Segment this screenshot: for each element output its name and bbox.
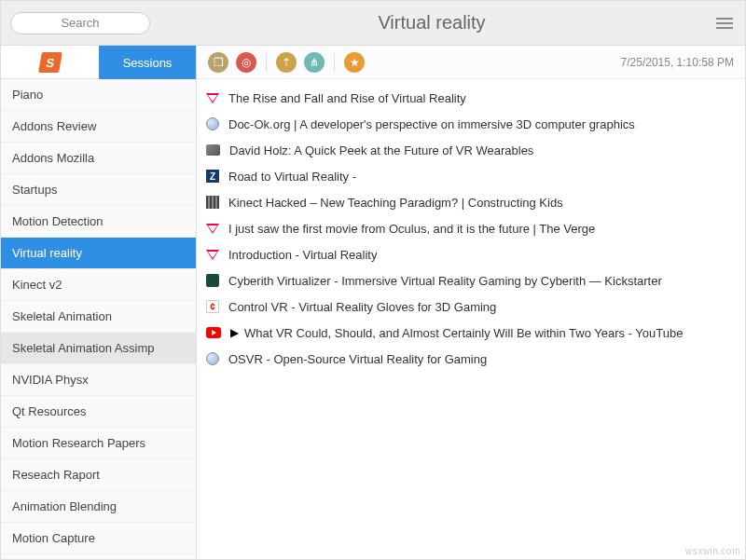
favicon-globe-icon bbox=[206, 117, 219, 130]
sidebar-header: S Sessions bbox=[1, 46, 196, 79]
bookmark-list[interactable]: The Rise and Fall and Rise of Virtual Re… bbox=[197, 79, 745, 559]
sidebar-item[interactable]: Skeletal Animation Assimp bbox=[1, 333, 196, 364]
hamburger-menu-icon[interactable] bbox=[713, 12, 736, 34]
sidebar-item[interactable]: Home - Networking bbox=[1, 554, 196, 559]
body: S Sessions PianoAddons ReviewAddons Mozi… bbox=[1, 46, 745, 559]
sidebar-item[interactable]: Motion Detection bbox=[1, 206, 196, 238]
favicon-verge-icon bbox=[206, 93, 219, 103]
timestamp: 7/25/2015, 1:10:58 PM bbox=[621, 56, 734, 69]
photo-icon[interactable]: ◎ bbox=[236, 52, 256, 73]
favicon-dark2-icon bbox=[206, 274, 219, 287]
sidebar-item[interactable]: Motion Research Papers bbox=[1, 428, 196, 459]
tab-sessions[interactable]: Sessions bbox=[99, 46, 196, 79]
session-list[interactable]: PianoAddons ReviewAddons MozillaStartups… bbox=[1, 79, 196, 559]
share-icon[interactable]: ⋔ bbox=[304, 52, 325, 73]
sidebar-item[interactable]: NVIDIA Physx bbox=[1, 364, 196, 396]
toolbar: ❒◎⇡⋔★ 7/25/2015, 1:10:58 PM bbox=[197, 46, 745, 79]
list-item[interactable]: The Rise and Fall and Rise of Virtual Re… bbox=[197, 85, 745, 111]
sidebar-item[interactable]: Addons Mozilla bbox=[1, 143, 196, 174]
page-title: Virtual reality bbox=[150, 12, 713, 34]
toolbar-separator bbox=[334, 53, 335, 72]
favicon-verge-icon bbox=[206, 224, 219, 234]
search-input[interactable]: Search bbox=[10, 12, 150, 34]
favicon-px-icon bbox=[206, 196, 219, 209]
sidebar: S Sessions PianoAddons ReviewAddons Mozi… bbox=[1, 46, 197, 559]
app-window: Search Virtual reality S Sessions PianoA… bbox=[0, 0, 746, 560]
item-title: What VR Could, Should, and Almost Certai… bbox=[244, 326, 683, 340]
item-title: Cyberith Virtualizer - Immersive Virtual… bbox=[228, 274, 662, 288]
item-title: Introduction - Virtual Reality bbox=[228, 248, 377, 262]
list-item[interactable]: ▶What VR Could, Should, and Almost Certa… bbox=[197, 320, 745, 346]
list-item[interactable]: Cyberith Virtualizer - Immersive Virtual… bbox=[197, 267, 745, 294]
item-title: Road to Virtual Reality - bbox=[228, 170, 356, 184]
item-title: I just saw the first movie from Oculus, … bbox=[228, 222, 595, 236]
favicon-z-icon: Z bbox=[206, 170, 219, 183]
sidebar-item[interactable]: Qt Resources bbox=[1, 396, 196, 428]
list-item[interactable]: Kinect Hacked – New Teaching Paradigm? |… bbox=[197, 189, 745, 215]
header: Search Virtual reality bbox=[1, 1, 745, 46]
item-title: Kinect Hacked – New Teaching Paradigm? |… bbox=[228, 196, 563, 210]
toolbar-separator bbox=[266, 53, 267, 72]
sidebar-item[interactable]: Piano bbox=[1, 79, 196, 111]
pin-icon[interactable]: ⇡ bbox=[276, 52, 297, 73]
item-title: David Holz: A Quick Peek at the Future o… bbox=[229, 143, 533, 157]
sidebar-item[interactable]: Animation Blending bbox=[1, 491, 196, 523]
list-item[interactable]: ZRoad to Virtual Reality - bbox=[197, 163, 745, 189]
logo-icon: S bbox=[38, 52, 62, 73]
list-item[interactable]: I just saw the first movie from Oculus, … bbox=[197, 215, 745, 241]
favicon-verge-icon bbox=[206, 250, 219, 260]
content-pane: ❒◎⇡⋔★ 7/25/2015, 1:10:58 PM The Rise and… bbox=[197, 46, 745, 559]
watermark: wsxwin.com bbox=[685, 546, 740, 556]
list-item[interactable]: Introduction - Virtual Reality bbox=[197, 241, 745, 267]
sidebar-item[interactable]: Kinect v2 bbox=[1, 269, 196, 301]
stack-icon[interactable]: ❒ bbox=[208, 52, 228, 73]
list-item[interactable]: ¢Control VR - Virtual Reality Gloves for… bbox=[197, 294, 745, 320]
sidebar-item[interactable]: Startups bbox=[1, 174, 196, 206]
sidebar-item[interactable]: Motion Capture bbox=[1, 523, 196, 554]
favicon-globe-icon bbox=[206, 352, 219, 365]
sidebar-item[interactable]: Virtual reality bbox=[1, 238, 196, 269]
item-title: Doc-Ok.org | A developer's perspective o… bbox=[228, 117, 635, 131]
play-icon: ▶ bbox=[230, 326, 239, 339]
sidebar-item[interactable]: Addons Review bbox=[1, 111, 196, 143]
star-icon[interactable]: ★ bbox=[344, 52, 365, 73]
app-logo[interactable]: S bbox=[1, 46, 99, 79]
favicon-yt-icon bbox=[206, 327, 221, 338]
list-item[interactable]: Doc-Ok.org | A developer's perspective o… bbox=[197, 111, 745, 137]
item-title: Control VR - Virtual Reality Gloves for … bbox=[228, 300, 496, 314]
item-title: OSVR - Open-Source Virtual Reality for G… bbox=[228, 352, 487, 366]
favicon-img-icon bbox=[206, 144, 220, 156]
list-item[interactable]: OSVR - Open-Source Virtual Reality for G… bbox=[197, 346, 745, 372]
favicon-c-icon: ¢ bbox=[206, 300, 219, 313]
list-item[interactable]: David Holz: A Quick Peek at the Future o… bbox=[197, 137, 745, 163]
sidebar-item[interactable]: Reseach Raport bbox=[1, 459, 196, 491]
item-title: The Rise and Fall and Rise of Virtual Re… bbox=[228, 91, 466, 105]
sidebar-item[interactable]: Skeletal Animation bbox=[1, 301, 196, 333]
